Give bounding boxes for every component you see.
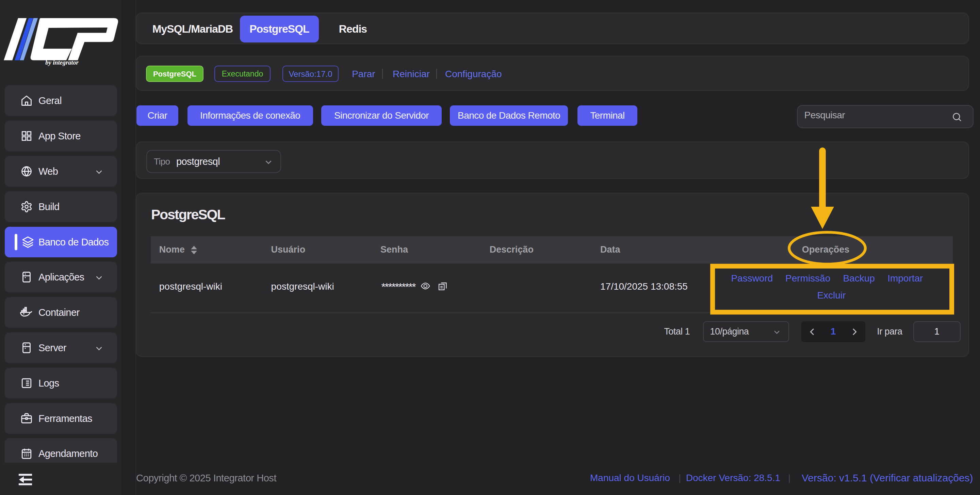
svg-text:by integrator: by integrator [45,59,79,66]
